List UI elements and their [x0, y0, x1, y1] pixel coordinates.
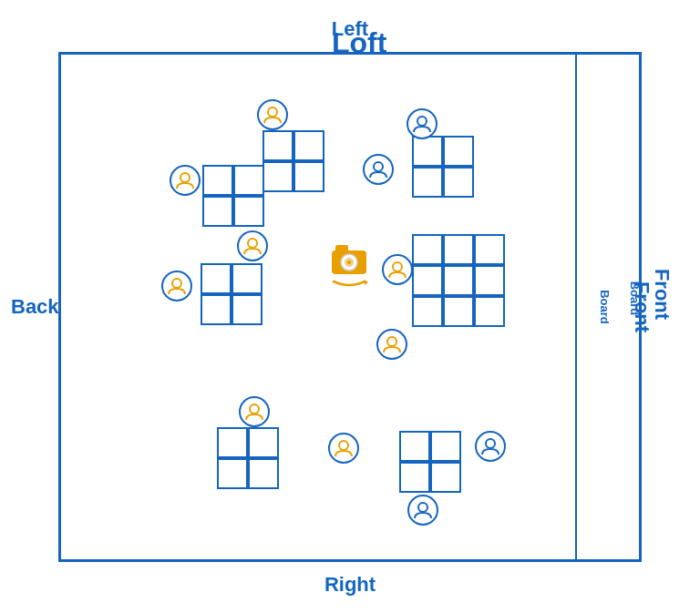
desk-top-right — [412, 136, 474, 198]
desk-bot-right — [399, 431, 461, 493]
avatar-I — [257, 99, 288, 130]
avatar-B — [363, 154, 394, 185]
avatar-K — [475, 431, 506, 462]
svg-point-8 — [387, 337, 396, 346]
board-line — [575, 55, 577, 559]
desk-top-left — [262, 130, 324, 192]
svg-point-7 — [393, 262, 402, 271]
svg-point-10 — [418, 503, 427, 512]
avatar-C — [382, 254, 413, 285]
avatar-F — [239, 396, 270, 427]
svg-point-11 — [339, 441, 348, 450]
svg-rect-13 — [335, 245, 348, 252]
avatar-G1 — [170, 165, 201, 196]
desk-mid-left-top — [202, 165, 264, 227]
desk-mid-right — [412, 234, 505, 327]
avatar-E — [328, 433, 359, 464]
camera-icon — [324, 240, 379, 292]
svg-point-2 — [248, 239, 257, 248]
label-right: Right — [324, 573, 376, 597]
avatar-A — [407, 108, 438, 139]
svg-point-5 — [417, 117, 427, 126]
floor-boundary: Board — [58, 52, 642, 562]
svg-point-4 — [250, 404, 259, 414]
loft-label: Loft — [332, 26, 386, 60]
label-front-side: Front — [650, 269, 674, 320]
avatar-G2 — [161, 271, 192, 301]
svg-point-16 — [347, 261, 351, 264]
svg-point-9 — [486, 439, 495, 448]
avatar-D — [376, 329, 407, 360]
svg-point-3 — [172, 279, 181, 288]
label-back: Back — [11, 295, 59, 319]
desk-mid-left-bot — [201, 263, 262, 325]
svg-marker-17 — [365, 280, 368, 285]
svg-point-0 — [268, 107, 277, 117]
board-label: Board — [599, 290, 612, 324]
svg-point-1 — [180, 173, 190, 182]
svg-point-6 — [374, 162, 383, 171]
avatar-E2 — [407, 495, 438, 526]
label-board-side: Board — [629, 281, 643, 316]
avatar-H — [237, 230, 268, 261]
floor-plan: Left Right Back Front Board — [58, 52, 642, 562]
desk-bot-left — [217, 427, 279, 489]
